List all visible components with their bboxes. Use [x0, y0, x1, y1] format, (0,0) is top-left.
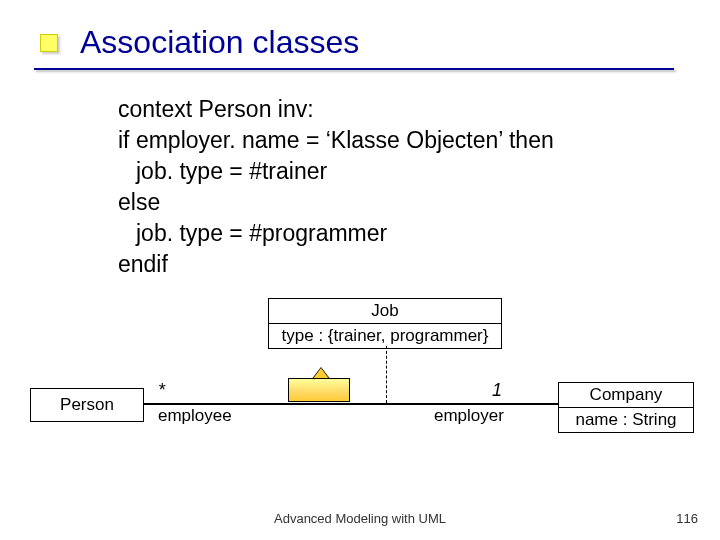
role-right: employer: [434, 406, 504, 426]
association-line: [144, 403, 558, 405]
class-job: Job type : {trainer, programmer}: [268, 298, 502, 349]
class-person: Person: [30, 388, 144, 422]
code-line: endif: [118, 249, 554, 280]
class-job-name: Job: [269, 299, 501, 324]
slide-title-row: Association classes: [40, 24, 359, 61]
title-bullet-icon: [40, 34, 58, 52]
multiplicity-left: *: [158, 380, 165, 401]
slide-title: Association classes: [80, 24, 359, 61]
code-line: job. type = #trainer: [118, 156, 327, 187]
class-person-name: Person: [60, 395, 114, 414]
class-job-attr: type : {trainer, programmer}: [269, 324, 501, 348]
code-line: else: [118, 187, 554, 218]
arrow-icon: [288, 378, 350, 402]
title-underline: [34, 68, 674, 70]
page-number: 116: [676, 511, 698, 526]
code-line: job. type = #programmer: [118, 218, 387, 249]
multiplicity-right: 1: [492, 380, 502, 401]
ocl-code-block: context Person inv: if employer. name = …: [118, 94, 554, 280]
uml-diagram: Job type : {trainer, programmer} Person …: [0, 296, 720, 506]
footer-text: Advanced Modeling with UML: [0, 511, 720, 526]
class-company: Company name : String: [558, 382, 694, 433]
code-line: if employer. name = ‘Klasse Objecten’ th…: [118, 125, 554, 156]
association-class-link: [386, 346, 387, 403]
role-left: employee: [158, 406, 232, 426]
code-line: context Person inv:: [118, 94, 554, 125]
class-company-attr: name : String: [559, 408, 693, 432]
class-company-name: Company: [559, 383, 693, 408]
